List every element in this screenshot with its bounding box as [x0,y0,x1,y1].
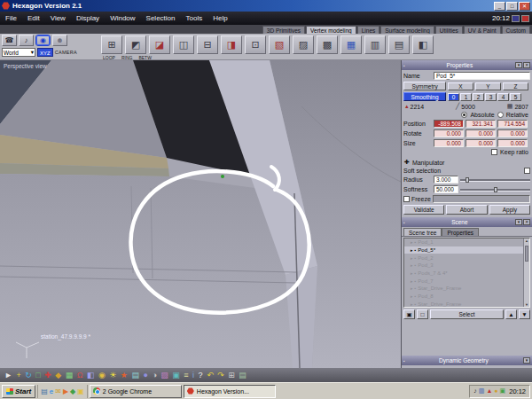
tree-scrollbar[interactable]: ▲ ▼ [523,239,529,307]
menu-item[interactable]: Display [71,14,105,22]
scene-tree-item[interactable]: ▸ ▪ Star_Drive_Frame [404,301,529,309]
radius-field[interactable]: 3.000 [434,176,458,184]
messenger-icon[interactable]: ◆ [70,387,75,395]
abort-button[interactable]: Abort [446,205,487,215]
start-button[interactable]: Start [2,385,35,398]
scene-collapse-button[interactable]: ▾ [515,219,522,225]
smooth-tool-icon[interactable]: ▦ [340,35,362,54]
scene-header[interactable]: ▪ Scene ▾ ✕ [402,217,532,227]
fullscreen-icon[interactable]: ⊞ [228,369,235,381]
ghost-icon[interactable]: ☻ [52,35,67,46]
scene-tree-item[interactable]: ▸ ▪ Pod_5* [404,246,529,254]
rotate-field[interactable]: 0.000 [497,129,528,137]
magnet-icon[interactable]: Ω [77,369,83,381]
show-desktop-icon[interactable]: ▤ [41,387,48,395]
world-space-select[interactable]: World ▾ [2,48,35,57]
rotate-field[interactable]: 0.000 [466,129,496,137]
antivirus-icon[interactable]: ▲ [486,387,492,395]
properties-icon[interactable]: ▤ [239,369,246,381]
rotate-field[interactable]: 0.000 [434,129,464,137]
softness-slider-thumb[interactable] [494,187,497,192]
select-button[interactable]: Select [430,309,504,319]
size-field[interactable]: 0.000 [466,139,496,147]
size-field[interactable]: 0.000 [497,139,528,147]
keep-ratio-checkbox[interactable] [491,149,497,155]
pinch-tool-icon[interactable]: ▥ [364,35,386,54]
explorer-icon[interactable]: ▣ [77,387,84,395]
smoothing-button[interactable]: Smoothing [403,92,446,101]
expand-all-button[interactable]: ▣ [403,309,415,319]
symmetry-tool-icon[interactable]: ◧ [412,35,434,54]
toolbar-tab[interactable]: Vertex modeling [306,26,356,34]
menu-item[interactable]: Edit [22,14,45,22]
smoothing-level-button[interactable]: 5 [510,93,521,101]
wireframe-icon[interactable]: ▤ [131,369,139,381]
menu-item[interactable]: Help [207,14,232,22]
task-button[interactable]: Hexagon Version... [184,385,276,398]
scene-tab[interactable]: Properties [442,228,479,236]
undo-icon[interactable]: ↶ [207,369,214,381]
select-arrow-icon[interactable]: ► [4,369,12,381]
info-icon[interactable]: i [192,369,194,381]
soft-selection-checkbox[interactable] [524,168,530,174]
scroll-down-icon[interactable]: ▼ [524,302,529,307]
help-icon[interactable]: ? [199,369,203,381]
expander-icon[interactable]: ▸ [411,293,413,299]
network-icon[interactable]: ▥ [479,387,485,395]
expander-icon[interactable]: ▸ [411,255,413,261]
smoothing-level-button[interactable]: 2 [473,93,484,101]
menu-item[interactable]: Window [105,14,140,22]
smooth-shade-icon[interactable]: ◑ [152,369,156,381]
extrude-surface-tool-icon[interactable]: ◩ [125,35,146,54]
panel-collapse-button[interactable]: ▾ [515,62,522,68]
position-field[interactable]: -889.508 [434,120,464,128]
expander-icon[interactable]: ▸ [411,262,413,268]
softness-field[interactable]: 50.000 [434,185,458,193]
shaded-icon[interactable]: ● [143,369,147,381]
scene-tree-item[interactable]: ▸ ▪ Pod_3 [404,262,529,270]
apply-button[interactable]: Apply [489,205,530,215]
smoothing-level-button[interactable]: 4 [497,93,509,101]
scene-tree-item[interactable]: ▸ ▪ Pod_7 [404,277,529,285]
radius-slider[interactable] [460,176,530,184]
expander-icon[interactable]: ▸ [411,247,413,253]
menu-close-button[interactable] [521,15,529,22]
expander-icon[interactable]: ▸ [411,270,413,276]
scale-tool-icon[interactable]: □ [35,369,40,381]
validate-button[interactable]: Validate [403,205,444,215]
toolbar-tab[interactable]: UV & Paint [464,26,501,34]
size-field[interactable]: 0.000 [434,139,464,147]
extrude-edge-tool-icon[interactable]: ◪ [149,35,170,54]
name-input[interactable]: Pod_5* [434,72,530,80]
universal-manip-icon[interactable]: ✚ [44,369,51,381]
expander-icon[interactable]: ▸ [411,286,413,291]
radius-slider-thumb[interactable] [466,177,469,183]
eye-icon[interactable]: ◉ [35,35,51,46]
scroll-up-icon[interactable]: ▲ [524,239,529,243]
move-up-button[interactable]: ▲ [505,309,517,319]
toolbar-tab[interactable]: Surface modeling [380,26,434,34]
phone-icon[interactable]: ☎ [2,35,17,46]
minimize-button[interactable]: _ [494,2,505,11]
scrollbar-thumb[interactable] [525,246,528,262]
display-icon[interactable]: ▣ [500,387,506,395]
light-icon[interactable]: ☀ [109,369,116,381]
task-button[interactable]: 2 Google Chrome [90,385,182,398]
update-icon[interactable]: ● [494,387,497,395]
background-icon[interactable]: ▣ [172,369,180,381]
move-down-button[interactable]: ▼ [519,309,530,319]
dissolve-tool-icon[interactable]: ▨ [293,35,314,54]
expander-icon[interactable]: ▸ [411,278,413,284]
speaker-icon[interactable]: ♪ [19,35,34,46]
volume-icon[interactable]: ♪ [473,387,477,395]
axis-header-cell[interactable]: Z [503,82,528,90]
scene-tree-item[interactable]: ▸ ▪ Pod_8 [404,293,529,301]
expander-icon[interactable]: ▸ [411,239,413,245]
menu-item[interactable]: File [0,14,22,22]
outlook-icon[interactable]: ✉ [55,387,61,395]
scene-tree-item[interactable]: ▸ ▪ Pod_2 [404,254,529,262]
texture-icon[interactable]: ▨ [160,369,168,381]
smoothing-level-button[interactable]: 0 [448,93,459,101]
cut-slice-tool-icon[interactable]: ▧ [269,35,290,54]
render-icon[interactable]: ★ [121,369,128,381]
